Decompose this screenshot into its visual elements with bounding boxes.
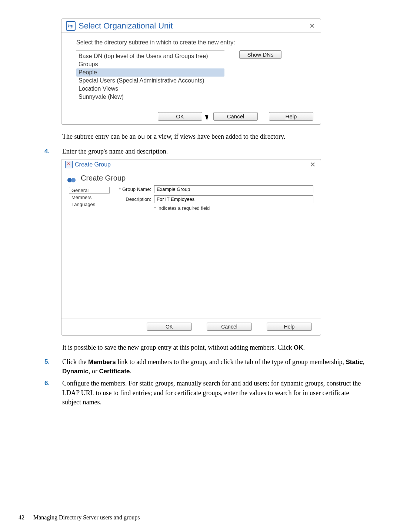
close-icon[interactable]: ✕ [308, 23, 316, 29]
close-icon[interactable]: ✕ [309, 161, 317, 168]
create-group-header: Create Group [61, 170, 321, 185]
description-label: Description: [114, 196, 154, 202]
step-5: 5. Click the Members link to add members… [44, 357, 367, 376]
group-name-label: * Group Name: [114, 186, 154, 192]
select-ou-title: Select Organizational Unit [79, 21, 173, 31]
select-ou-titlebar: hp Select Organizational Unit ✕ [61, 19, 321, 33]
people-icon [67, 174, 77, 182]
step-number: 6. [44, 379, 50, 388]
ou-subtree-list[interactable]: Base DN (top level of the Users and Grou… [76, 50, 224, 101]
show-dns-button[interactable]: Show DNs [239, 50, 281, 59]
list-item[interactable]: Sunnyvale (New) [76, 93, 224, 101]
list-item[interactable]: Special Users (Special Administrative Ac… [76, 77, 224, 85]
ou-note-paragraph: The subtree entry can be an ou or a view… [62, 132, 367, 142]
cancel-button[interactable]: Cancel [213, 112, 258, 121]
create-group-window-title: Create Group [75, 161, 111, 168]
select-ou-dialog: hp Select Organizational Unit ✕ Select t… [61, 18, 321, 125]
help-button[interactable]: Help [267, 323, 312, 331]
tab-general[interactable]: General [69, 187, 110, 194]
ok-button[interactable]: OK [147, 323, 192, 331]
create-group-window-icon [65, 161, 73, 168]
step-number: 4. [44, 147, 50, 156]
required-field-note: * Indicates a required field [154, 205, 313, 211]
list-item-selected[interactable]: People [76, 68, 224, 77]
step-number: 5. [44, 357, 50, 366]
list-item[interactable]: Groups [76, 60, 224, 68]
page-number: 42 [19, 514, 24, 521]
tab-members[interactable]: Members [69, 194, 110, 201]
save-note-paragraph: It is possible to save the new group ent… [62, 343, 367, 352]
select-ou-instruction: Select the directory subtree in which to… [76, 39, 306, 46]
create-group-tabs: General Members Languages [69, 185, 110, 319]
description-input[interactable] [154, 195, 313, 203]
footer-title: Managing Directory Server users and grou… [33, 514, 140, 521]
ok-button[interactable]: OK [158, 112, 202, 121]
tab-languages[interactable]: Languages [69, 201, 110, 208]
list-item[interactable]: Base DN (top level of the Users and Grou… [76, 52, 224, 60]
page-footer: 42 Managing Directory Server users and g… [19, 514, 140, 521]
step-4: 4. Enter the group's name and descriptio… [44, 147, 367, 156]
step-6: 6. Configure the members. For static gro… [44, 379, 367, 407]
help-button[interactable]: Help [269, 112, 313, 121]
list-item[interactable]: Location Views [76, 85, 224, 93]
group-name-input[interactable] [154, 185, 313, 193]
create-group-dialog: Create Group ✕ Create Group General Memb… [61, 159, 321, 336]
hp-logo-icon: hp [66, 21, 76, 31]
ou-code: ou [137, 134, 145, 141]
cancel-button[interactable]: Cancel [207, 323, 252, 331]
create-group-titlebar: Create Group ✕ [61, 159, 321, 170]
